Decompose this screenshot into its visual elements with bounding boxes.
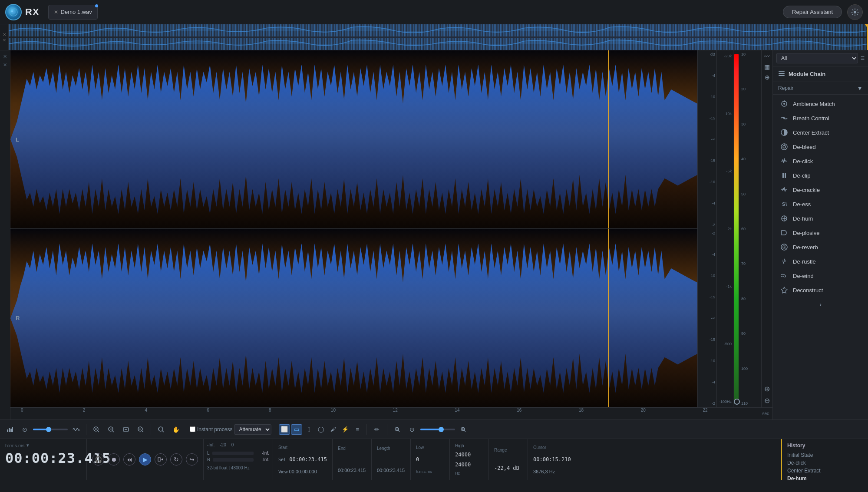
svg-rect-27 xyxy=(9,428,10,432)
level-r-val: -Inf. xyxy=(256,457,269,462)
svg-rect-16 xyxy=(785,173,786,178)
sel-rect-btn[interactable]: ⬜ xyxy=(279,424,290,435)
settings-icon-btn[interactable] xyxy=(847,4,863,20)
svg-text:S: S xyxy=(782,201,785,207)
channel-l[interactable]: L xyxy=(10,50,697,229)
sel-magic-btn[interactable]: ⚡ xyxy=(340,424,351,435)
db-scale-right-outer: 10 20 30 40 50 60 70 80 90 100 110 xyxy=(740,50,761,407)
de-bleed-icon xyxy=(780,142,789,151)
zoom-slider-track[interactable] xyxy=(420,429,455,430)
headphone-btn[interactable]: 🎧 xyxy=(92,453,104,466)
record-btn2[interactable]: ⏺ xyxy=(108,453,120,466)
bars-icon[interactable]: ▦ xyxy=(764,63,770,70)
svg-line-46 xyxy=(398,430,399,432)
zoom-fit-btn[interactable] xyxy=(119,423,132,436)
spectrum-toggle-btn[interactable] xyxy=(69,423,83,436)
db-right-label-10: 100 xyxy=(741,367,760,371)
meter-scroll-thumb[interactable] xyxy=(734,399,740,405)
loop-btn[interactable]: ↻ xyxy=(170,453,182,466)
repair-assistant-button[interactable]: Repair Assistant xyxy=(783,6,842,18)
volume-slider-track[interactable] xyxy=(33,429,68,430)
expand-modules-btn[interactable]: › xyxy=(773,297,868,311)
attenuate-select[interactable]: Attenuate Delete Replace xyxy=(234,424,271,435)
zoom-slider-thumb2[interactable] xyxy=(439,427,444,432)
sel-freq-btn[interactable]: ▯ xyxy=(303,424,314,435)
search-zoom-btn[interactable] xyxy=(155,423,168,436)
de-reverb-icon xyxy=(780,243,789,251)
zoom-sel-btn[interactable] xyxy=(134,423,147,436)
de-wind-label: De-wind xyxy=(793,273,814,279)
left-close-icon[interactable]: ✕ xyxy=(3,54,7,59)
deconstruct-label: Deconstruct xyxy=(793,287,823,294)
module-item-de-plosive[interactable]: De-plosive xyxy=(775,226,866,240)
playback-controls: 🎧 ⏺ ⏮ ▶ ↻ ↪ xyxy=(87,439,204,480)
sel-lasso-btn[interactable]: ◯ xyxy=(315,424,327,435)
file-tab[interactable]: ✕ Demo 1.wav xyxy=(48,5,98,20)
module-item-de-rustle[interactable]: De-rustle xyxy=(775,254,866,268)
db-scale-label-7: -4 xyxy=(699,201,715,205)
module-item-de-crackle[interactable]: De-crackle xyxy=(775,183,866,197)
overview-waveform[interactable] xyxy=(9,24,868,50)
history-item-dehum[interactable]: De-hum xyxy=(787,475,863,482)
record-btn[interactable]: ⊙ xyxy=(18,423,31,436)
tab-close-icon[interactable]: ✕ xyxy=(54,9,58,15)
channel-r[interactable]: R xyxy=(10,229,697,408)
category-dropdown-icon[interactable]: ▼ xyxy=(857,85,863,92)
filter-menu-icon[interactable]: ≡ xyxy=(861,54,865,62)
svg-point-2 xyxy=(11,10,13,12)
level-bar-r xyxy=(213,458,254,462)
module-item-center-extract[interactable]: Center Extract xyxy=(775,125,866,139)
zoom-out-btn[interactable] xyxy=(105,423,118,436)
freq-db-scale-left: dB -4 -10 -15 -∞ -15 -10 -4 -2 -2 -4 -10… xyxy=(697,50,716,407)
module-item-de-hum[interactable]: De-hum xyxy=(775,211,866,225)
module-item-de-click[interactable]: De-click xyxy=(775,154,866,168)
zoom-playhead-btn[interactable]: ⊙ xyxy=(406,423,419,436)
content-area: ✕ ✕ L xyxy=(0,50,868,419)
module-item-de-ess[interactable]: S De-ess xyxy=(775,197,866,211)
history-item-initial[interactable]: Initial State xyxy=(787,451,863,459)
prev-btn[interactable]: ⏮ xyxy=(123,453,135,466)
category-label: Repair xyxy=(778,85,793,91)
modules-list: Ambience Match Breath Control xyxy=(773,95,868,419)
history-item-center[interactable]: Center Extract xyxy=(787,467,863,475)
high-header: High xyxy=(455,443,483,448)
wave-icon[interactable]: 〰 xyxy=(764,53,770,60)
spectral-view-btn[interactable] xyxy=(3,423,17,436)
timecode-dropdown-icon[interactable]: ▾ xyxy=(26,442,29,448)
pencil-btn[interactable]: ✏ xyxy=(370,423,383,436)
module-item-de-clip[interactable]: De-clip xyxy=(775,168,866,182)
toolbar: ⊙ ✋ Instant process Attenuate Delete Rep… xyxy=(0,419,868,439)
info-col-end: End 00:00:23.415 xyxy=(333,439,372,480)
view-high-val: 24000 xyxy=(455,462,483,468)
sample-rate-info: 32-bit float | 48000 Hz xyxy=(207,466,269,470)
svg-line-41 xyxy=(142,431,143,432)
repair-assistant-label: Repair Assistant xyxy=(792,9,833,15)
module-filter-select[interactable]: All Repair Enhance Utility xyxy=(776,53,858,63)
module-item-ambience-match[interactable]: Ambience Match xyxy=(775,97,866,111)
zoom-plus-side-icon[interactable]: ⊕ xyxy=(765,74,770,81)
module-item-deconstruct[interactable]: Deconstruct xyxy=(775,283,866,297)
volume-slider-thumb[interactable] xyxy=(46,427,51,432)
zoom-in-side-icon[interactable]: ⊕ xyxy=(764,385,770,393)
left-close-icon2[interactable]: ✕ xyxy=(3,62,7,68)
zoom-minus-btn[interactable] xyxy=(391,423,404,436)
instant-process-checkbox[interactable] xyxy=(190,426,195,432)
overview-close-btn[interactable]: ✕ ✕ xyxy=(0,24,9,50)
zoom-plus-btn[interactable] xyxy=(457,423,470,436)
module-item-de-wind[interactable]: De-wind xyxy=(775,269,866,283)
to-end-btn[interactable]: ↪ xyxy=(186,453,198,466)
module-item-de-bleed[interactable]: De-bleed xyxy=(775,140,866,154)
play-btn[interactable]: ▶ xyxy=(139,453,151,466)
timecode-area: h:m:s.ms ▾ 00:00:23.415 xyxy=(0,439,87,480)
module-item-breath-control[interactable]: Breath Control xyxy=(775,111,866,125)
sel-brush-btn[interactable]: 🖌 xyxy=(327,424,339,435)
history-item-declick[interactable]: De-click xyxy=(787,459,863,467)
zoom-in-btn[interactable] xyxy=(90,423,103,436)
module-item-de-reverb[interactable]: De-reverb xyxy=(775,240,866,254)
loop-play-btn[interactable] xyxy=(155,453,167,466)
pan-btn[interactable]: ✋ xyxy=(169,423,182,436)
info-col-low: Low 0 h:m:s.ms xyxy=(411,439,450,480)
sel-harmonic-btn[interactable]: ≡ xyxy=(352,424,363,435)
sel-time-btn[interactable]: ▭ xyxy=(291,424,302,435)
zoom-out-side-icon[interactable]: ⊖ xyxy=(764,396,770,405)
